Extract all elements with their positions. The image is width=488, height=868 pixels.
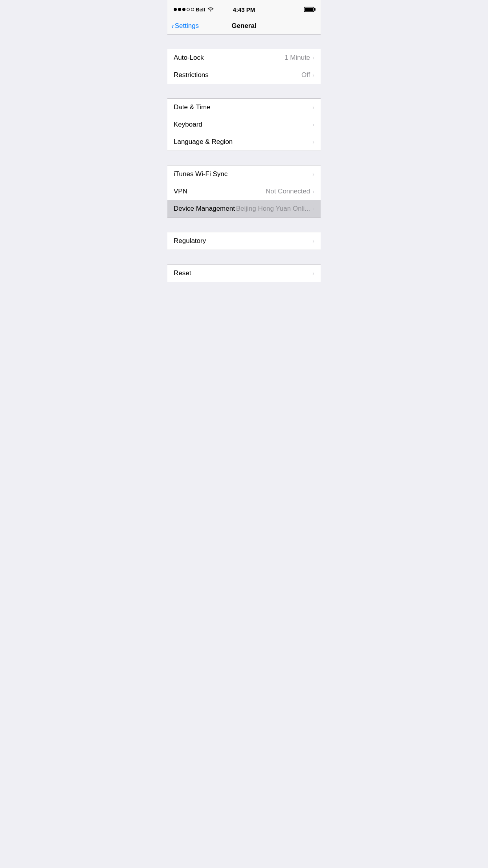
signal-dot-2 [178, 8, 181, 11]
signal-dot-3 [182, 8, 185, 11]
battery-fill [305, 8, 313, 11]
vpn-label: VPN [174, 188, 187, 195]
language-region-item[interactable]: Language & Region › [167, 133, 321, 151]
section-gap-4 [167, 250, 321, 264]
section-gap-1 [167, 84, 321, 98]
date-time-chevron-icon: › [312, 104, 314, 110]
back-button[interactable]: ‹ Settings [171, 22, 199, 30]
section-gap-3 [167, 218, 321, 232]
restrictions-label: Restrictions [174, 71, 209, 79]
date-time-value-container: › [312, 104, 314, 110]
vpn-value-container: Not Connected › [266, 188, 314, 195]
language-region-value-container: › [312, 139, 314, 145]
regulatory-label: Regulatory [174, 237, 206, 245]
keyboard-label: Keyboard [174, 121, 202, 129]
back-chevron-icon: ‹ [171, 22, 174, 30]
back-label: Settings [175, 22, 199, 30]
page-title: General [231, 22, 256, 30]
wifi-icon [207, 7, 214, 13]
section-gap-bottom [167, 282, 321, 296]
itunes-wifi-sync-item[interactable]: iTunes Wi-Fi Sync › [167, 166, 321, 183]
auto-lock-value-container: 1 Minute › [284, 54, 314, 62]
regulatory-value-container: › [312, 238, 314, 244]
section-gap-2 [167, 151, 321, 165]
date-time-item[interactable]: Date & Time › [167, 99, 321, 116]
keyboard-value-container: › [312, 121, 314, 128]
vpn-value: Not Connected [266, 188, 310, 195]
language-region-chevron-icon: › [312, 139, 314, 145]
keyboard-item[interactable]: Keyboard › [167, 116, 321, 133]
carrier-label: Bell [196, 7, 205, 13]
signal-dot-4 [187, 8, 190, 11]
settings-group-sync: iTunes Wi-Fi Sync › VPN Not Connected › … [167, 165, 321, 218]
reset-item[interactable]: Reset › [167, 265, 321, 282]
navigation-bar: ‹ Settings General [167, 17, 321, 35]
vpn-chevron-icon: › [312, 188, 314, 195]
settings-group-locale: Date & Time › Keyboard › Language & Regi… [167, 98, 321, 151]
settings-group-lock: Auto-Lock 1 Minute › Restrictions Off › [167, 49, 321, 84]
device-management-label: Device Management [174, 205, 235, 213]
auto-lock-item[interactable]: Auto-Lock 1 Minute › [167, 49, 321, 66]
device-management-chevron-icon: › [312, 206, 314, 212]
reset-chevron-icon: › [312, 270, 314, 276]
reset-value-container: › [312, 270, 314, 276]
signal-dot-1 [174, 8, 177, 11]
reset-label: Reset [174, 269, 191, 277]
keyboard-chevron-icon: › [312, 121, 314, 128]
date-time-label: Date & Time [174, 103, 211, 111]
section-gap-top [167, 35, 321, 49]
battery-icon [304, 7, 314, 12]
restrictions-value-container: Off › [301, 71, 314, 79]
restrictions-value: Off [301, 71, 310, 79]
device-management-item[interactable]: Device Management Beijing Hong Yuan Onli… [167, 200, 321, 217]
status-left: Bell [174, 7, 214, 13]
restrictions-chevron-icon: › [312, 72, 314, 78]
settings-group-reset: Reset › [167, 264, 321, 282]
auto-lock-chevron-icon: › [312, 55, 314, 61]
battery-indicator [304, 7, 314, 12]
itunes-wifi-sync-value-container: › [312, 171, 314, 177]
auto-lock-value: 1 Minute [284, 54, 310, 62]
status-time: 4:43 PM [233, 6, 255, 13]
device-management-value-container: Beijing Hong Yuan Onli... › [236, 205, 314, 213]
settings-group-regulatory: Regulatory › [167, 232, 321, 250]
itunes-wifi-sync-chevron-icon: › [312, 171, 314, 177]
signal-strength [174, 8, 194, 11]
signal-dot-5 [191, 8, 194, 11]
regulatory-item[interactable]: Regulatory › [167, 232, 321, 250]
language-region-label: Language & Region [174, 138, 233, 146]
vpn-item[interactable]: VPN Not Connected › [167, 183, 321, 200]
device-management-value: Beijing Hong Yuan Onli... [236, 205, 310, 213]
regulatory-chevron-icon: › [312, 238, 314, 244]
itunes-wifi-sync-label: iTunes Wi-Fi Sync [174, 170, 227, 178]
status-bar: Bell 4:43 PM [167, 0, 321, 17]
restrictions-item[interactable]: Restrictions Off › [167, 66, 321, 84]
auto-lock-label: Auto-Lock [174, 54, 204, 62]
